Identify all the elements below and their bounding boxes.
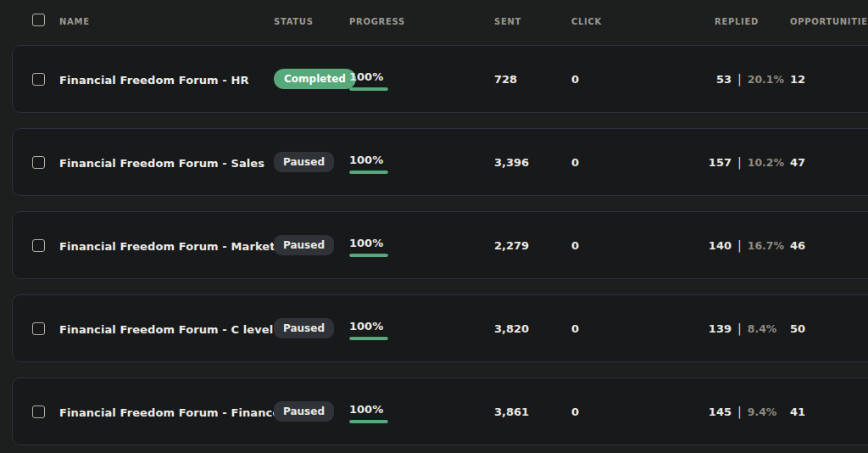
campaign-row[interactable]: Financial Freedom Forum - Sales Paused 1… (12, 128, 868, 196)
click-count: 0 (571, 239, 696, 252)
progress-bar-fill (349, 420, 388, 423)
campaigns-page: NAME STATUS PROGRESS SENT CLICK REPLIED … (0, 0, 868, 453)
row-replied-cell: 53 | 20.1% (696, 72, 790, 86)
column-header-opportunities[interactable]: OPPORTUNITIES (790, 17, 868, 26)
row-checkbox[interactable] (32, 239, 45, 252)
header-click-cell: CLICK (571, 12, 696, 28)
table-header: NAME STATUS PROGRESS SENT CLICK REPLIED … (0, 0, 868, 39)
status-badge: Paused (274, 401, 334, 422)
replied-count: 140 (696, 239, 732, 252)
progress-bar-fill (349, 171, 388, 174)
header-opportunities-cell: OPPORTUNITIES (790, 12, 868, 28)
progress-percent: 100% (349, 237, 388, 249)
progress-percent: 100% (349, 154, 388, 166)
opportunities-count: 50 (790, 322, 868, 335)
click-count: 0 (571, 73, 696, 86)
replied-count: 53 (696, 73, 732, 86)
row-name-cell: Financial Freedom Forum - C level (53, 321, 274, 337)
status-badge: Paused (274, 318, 334, 338)
click-count: 0 (571, 405, 696, 418)
campaign-row[interactable]: Financial Freedom Forum - HR Completed 1… (12, 45, 868, 113)
row-status-cell: Paused (274, 235, 349, 255)
row-checkbox-cell (13, 322, 53, 335)
column-header-status[interactable]: STATUS (274, 17, 314, 26)
replied-separator: | (737, 322, 742, 335)
replied-separator: | (737, 72, 742, 86)
progress-bar (349, 171, 388, 174)
campaign-name[interactable]: Financial Freedom Forum - HR (59, 74, 249, 87)
replied-count: 157 (696, 156, 732, 169)
row-replied-cell: 145 | 9.4% (696, 405, 790, 418)
progress-bar-fill (349, 254, 388, 257)
progress-bar-fill (349, 87, 388, 91)
row-replied-cell: 157 | 10.2% (696, 155, 790, 169)
row-checkbox[interactable] (32, 73, 45, 86)
row-checkbox[interactable] (32, 405, 45, 418)
row-progress-cell: 100% (349, 317, 494, 340)
row-progress-cell: 100% (349, 151, 494, 174)
campaign-name[interactable]: Financial Freedom Forum - Finance (59, 406, 280, 419)
column-header-sent[interactable]: SENT (494, 17, 521, 26)
campaign-row[interactable]: Financial Freedom Forum - Marketing Paus… (12, 211, 868, 279)
replied-separator: | (737, 405, 742, 418)
row-checkbox-cell (13, 239, 53, 252)
row-name-cell: Financial Freedom Forum - Sales (53, 154, 274, 171)
row-status-cell: Paused (274, 318, 349, 338)
column-header-click[interactable]: CLICK (571, 17, 602, 26)
reply-rate: 20.1% (748, 73, 784, 86)
campaign-name[interactable]: Financial Freedom Forum - Sales (59, 157, 264, 170)
progress-bar (349, 420, 388, 423)
replied-separator: | (737, 238, 742, 252)
row-replied-cell: 139 | 8.4% (696, 322, 790, 335)
row-name-cell: Financial Freedom Forum - HR (53, 71, 274, 87)
sent-count: 3,396 (494, 156, 571, 169)
progress-bar (349, 337, 388, 340)
sent-count: 3,820 (494, 322, 571, 335)
header-name-cell: NAME (53, 12, 274, 28)
header-sent-cell: SENT (494, 12, 571, 28)
row-replied-cell: 140 | 16.7% (696, 238, 790, 252)
header-replied-cell: REPLIED (696, 12, 790, 28)
column-header-replied[interactable]: REPLIED (715, 17, 759, 26)
select-all-checkbox[interactable] (32, 14, 45, 26)
opportunities-count: 46 (790, 239, 868, 252)
row-name-cell: Financial Freedom Forum - Marketing (53, 238, 274, 254)
progress-percent: 100% (349, 403, 388, 416)
row-checkbox-cell (13, 73, 53, 86)
progress-percent: 100% (349, 70, 388, 83)
row-checkbox[interactable] (32, 322, 45, 335)
header-progress-cell: PROGRESS (349, 12, 494, 28)
campaign-name[interactable]: Financial Freedom Forum - Marketing (59, 240, 295, 253)
campaign-name[interactable]: Financial Freedom Forum - C level (59, 323, 273, 336)
sent-count: 2,279 (494, 239, 571, 252)
column-header-progress[interactable]: PROGRESS (349, 17, 405, 26)
replied-count: 145 (696, 405, 732, 418)
opportunities-count: 12 (790, 73, 868, 86)
replied-separator: | (737, 155, 742, 169)
reply-rate: 9.4% (748, 405, 777, 418)
row-checkbox-cell (13, 156, 53, 169)
progress-bar (349, 87, 388, 91)
campaign-row[interactable]: Financial Freedom Forum - C level Paused… (12, 294, 868, 362)
replied-count: 139 (696, 322, 732, 335)
row-checkbox-cell (13, 405, 53, 418)
row-name-cell: Financial Freedom Forum - Finance (53, 404, 274, 420)
row-checkbox[interactable] (32, 156, 45, 169)
header-status-cell: STATUS (274, 12, 349, 28)
row-progress-cell: 100% (349, 400, 494, 423)
campaign-list: Financial Freedom Forum - HR Completed 1… (0, 45, 868, 445)
progress-bar-fill (349, 337, 388, 340)
column-header-name[interactable]: NAME (59, 17, 90, 26)
reply-rate: 10.2% (748, 156, 784, 169)
campaign-row[interactable]: Financial Freedom Forum - Finance Paused… (12, 378, 868, 445)
click-count: 0 (571, 156, 696, 169)
sent-count: 3,861 (494, 405, 571, 418)
row-progress-cell: 100% (349, 68, 494, 91)
opportunities-count: 47 (790, 156, 868, 169)
progress-bar (349, 254, 388, 257)
click-count: 0 (571, 322, 696, 335)
status-badge: Completed (274, 69, 356, 89)
status-badge: Paused (274, 235, 334, 255)
reply-rate: 8.4% (748, 322, 777, 335)
reply-rate: 16.7% (748, 239, 784, 252)
